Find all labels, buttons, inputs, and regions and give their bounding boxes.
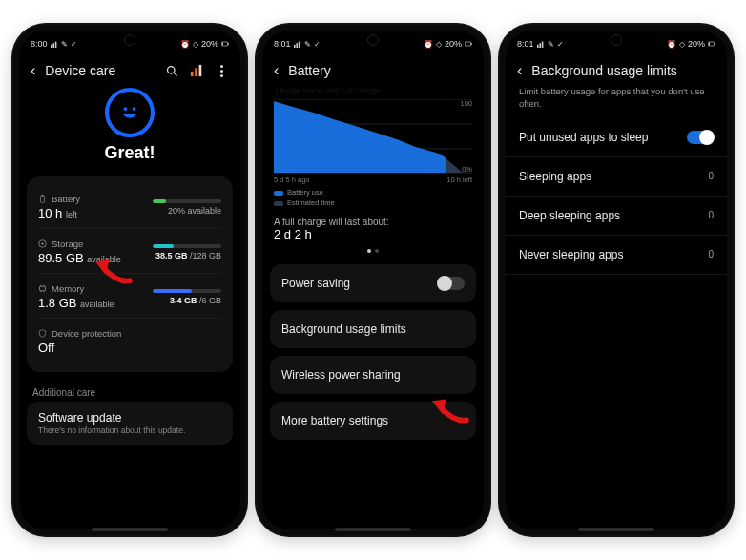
sleeping-apps-row[interactable]: Sleeping apps 0 xyxy=(506,157,727,197)
back-icon[interactable]: ‹ xyxy=(517,63,522,78)
svg-rect-23 xyxy=(296,43,298,48)
full-charge-estimate: A full charge will last about: 2 d 2 h xyxy=(274,217,472,241)
svg-rect-13 xyxy=(41,196,45,202)
stats-card: Battery 10 h left 20% available Storage … xyxy=(27,176,233,372)
background-usage-limits-row[interactable]: Background usage limits xyxy=(270,310,476,348)
home-indicator xyxy=(92,528,168,531)
battery-icon xyxy=(465,40,472,48)
status-icon xyxy=(294,40,301,48)
svg-rect-10 xyxy=(199,65,202,76)
svg-point-6 xyxy=(167,66,175,73)
battery-chart[interactable]: 100 0% xyxy=(274,99,472,174)
svg-rect-5 xyxy=(222,43,223,46)
svg-point-11 xyxy=(124,107,128,111)
battery-bar xyxy=(153,199,221,203)
software-update-row[interactable]: Software update There's no information a… xyxy=(27,402,233,445)
more-icon[interactable] xyxy=(214,63,229,78)
svg-rect-35 xyxy=(541,42,543,48)
status-clock: 8:00 xyxy=(31,39,48,49)
memory-bar xyxy=(153,289,221,293)
chart-icon[interactable] xyxy=(189,63,204,78)
storage-icon xyxy=(38,239,47,248)
memory-row[interactable]: Memory 1.8 GB available 3.4 GB /6 GB xyxy=(38,273,221,318)
svg-rect-8 xyxy=(191,72,194,76)
svg-rect-33 xyxy=(537,45,539,48)
status-icon xyxy=(537,40,545,48)
storage-bar xyxy=(153,244,221,248)
battery-row[interactable]: Battery 10 h left 20% available xyxy=(38,186,221,228)
back-icon[interactable]: ‹ xyxy=(31,63,35,78)
svg-rect-1 xyxy=(52,43,54,48)
page-title: Background usage limits xyxy=(531,63,715,78)
search-icon[interactable] xyxy=(164,63,179,78)
svg-rect-17 xyxy=(40,286,46,291)
battery-percent: 20% xyxy=(201,39,218,49)
memory-icon xyxy=(38,284,47,293)
alarm-icon: ⏰ xyxy=(180,40,190,49)
home-indicator xyxy=(578,528,654,531)
camera-notch xyxy=(611,34,622,46)
camera-notch xyxy=(367,34,379,46)
svg-rect-34 xyxy=(539,43,541,48)
svg-rect-4 xyxy=(228,43,229,45)
power-saving-toggle[interactable] xyxy=(438,277,465,290)
device-status-hero: Great! xyxy=(19,86,240,176)
svg-rect-27 xyxy=(466,43,466,46)
status-icon: ✎ xyxy=(61,40,68,49)
battery-icon xyxy=(38,195,47,203)
svg-line-7 xyxy=(174,73,176,75)
wifi-icon: ◇ xyxy=(436,40,442,49)
never-sleeping-apps-row[interactable]: Never sleeping apps 0 xyxy=(506,236,727,275)
battery-percent: 20% xyxy=(688,39,705,49)
status-icon: ✓ xyxy=(71,40,77,49)
status-icon: ✎ xyxy=(304,40,311,49)
status-icon: ✓ xyxy=(314,40,321,49)
page-indicator xyxy=(274,249,472,253)
svg-point-12 xyxy=(133,107,136,111)
wifi-icon: ◇ xyxy=(679,40,685,49)
battery-percent: 20% xyxy=(445,39,462,49)
svg-rect-9 xyxy=(195,68,197,76)
svg-rect-14 xyxy=(42,195,44,196)
wifi-icon: ◇ xyxy=(193,40,198,49)
put-unused-to-sleep-toggle[interactable] xyxy=(687,131,714,144)
protection-row[interactable]: Device protection Off xyxy=(38,318,221,363)
status-icon xyxy=(51,40,58,48)
battery-icon xyxy=(221,40,229,48)
section-header: Additional care xyxy=(32,387,227,398)
deep-sleeping-apps-row[interactable]: Deep sleeping apps 0 xyxy=(506,197,727,236)
put-unused-to-sleep-row[interactable]: Put unused apps to sleep xyxy=(506,118,727,157)
chart-legend: Battery use Estimated time xyxy=(274,187,472,209)
more-battery-settings-row[interactable]: More battery settings xyxy=(270,402,476,440)
back-icon[interactable]: ‹ xyxy=(274,63,279,78)
page-title: Battery xyxy=(288,63,472,78)
alarm-icon: ⏰ xyxy=(424,40,433,49)
truncated-heading: Usage since last full charge xyxy=(274,86,472,95)
battery-icon xyxy=(708,40,715,48)
svg-rect-0 xyxy=(51,45,52,48)
screen-header: ‹ Background usage limits xyxy=(506,53,727,86)
smiley-icon xyxy=(105,88,155,137)
wireless-power-sharing-row[interactable]: Wireless power sharing xyxy=(270,356,476,394)
screen-header: ‹ Battery xyxy=(262,53,484,86)
status-icon: ✎ xyxy=(548,40,554,49)
svg-rect-24 xyxy=(298,42,300,48)
power-saving-row[interactable]: Power saving xyxy=(270,264,476,302)
svg-rect-22 xyxy=(294,45,296,48)
status-clock: 8:01 xyxy=(517,39,534,49)
phone-device-care: 8:00 ✎ ✓ ⏰ ◇ 20% ‹ Device care xyxy=(13,25,246,535)
svg-rect-2 xyxy=(54,42,56,48)
svg-rect-38 xyxy=(709,43,710,46)
camera-notch xyxy=(124,34,135,46)
status-icon: ✓ xyxy=(557,40,564,49)
storage-row[interactable]: Storage 89.5 GB available 38.5 GB /128 G… xyxy=(38,228,221,273)
chart-x-axis: 5 d 5 h ago 10 h left xyxy=(274,176,472,184)
home-indicator xyxy=(335,528,411,531)
shield-icon xyxy=(38,329,47,338)
screen-description: Limit battery usage for apps that you do… xyxy=(506,86,727,118)
svg-rect-26 xyxy=(471,43,472,45)
svg-point-16 xyxy=(41,242,43,244)
screen-header: ‹ Device care xyxy=(19,53,240,86)
phone-battery: 8:01 ✎ ✓ ⏰ ◇ 20% ‹ Battery xyxy=(257,25,489,535)
phone-background-limits: 8:01 ✎ ✓ ⏰ ◇ 20% ‹ Background usage limi… xyxy=(500,25,733,535)
